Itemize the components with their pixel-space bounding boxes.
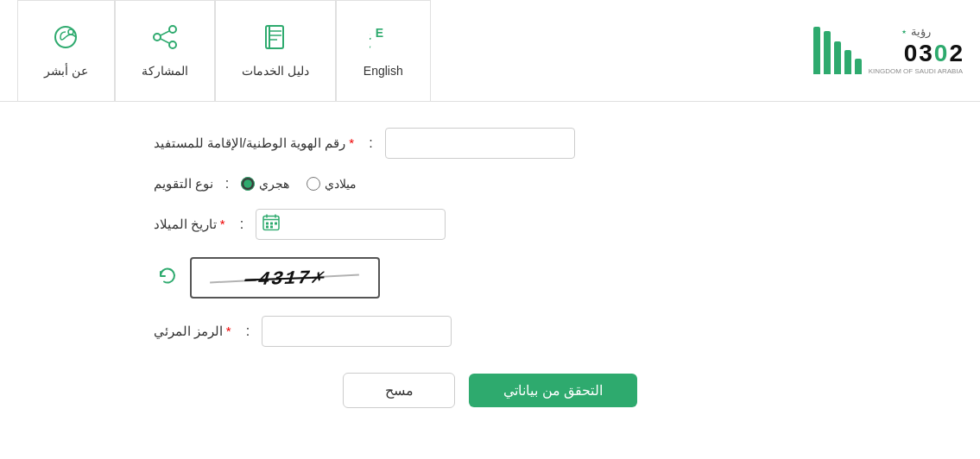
form-container: : * رقم الهوية الوطنية/الإقامة للمستفيد … bbox=[154, 128, 827, 408]
logo-area: رؤية ⋆ 2 0 3 0 KINGDOM OF SAUDI ARABIA bbox=[813, 25, 963, 76]
birthdate-input[interactable] bbox=[256, 209, 446, 240]
svg-text:E: E bbox=[375, 26, 383, 40]
svg-rect-19 bbox=[270, 223, 273, 225]
svg-rect-18 bbox=[266, 223, 269, 225]
nav-english[interactable]: ع E English bbox=[336, 0, 431, 102]
svg-point-7 bbox=[154, 34, 161, 41]
id-number-label: * رقم الهوية الوطنية/الإقامة للمستفيد bbox=[154, 135, 357, 151]
gregorian-radio-label[interactable]: ميلادي bbox=[307, 177, 357, 191]
svg-text:ع: ع bbox=[370, 27, 371, 49]
birthdate-row: : * تاريخ الميلاد bbox=[154, 209, 827, 240]
clear-button[interactable]: مسح bbox=[343, 373, 455, 408]
captcha-image-row: ✗4317— bbox=[154, 257, 827, 299]
birthdate-input-wrapper bbox=[256, 209, 446, 240]
header: رؤية ⋆ 2 0 3 0 KINGDOM OF SAUDI ARABIA ع bbox=[0, 0, 980, 102]
nav-about-absher-label: عن أبشر bbox=[44, 64, 88, 78]
captcha-refresh-button[interactable] bbox=[154, 261, 181, 294]
absher-logo bbox=[813, 27, 862, 74]
bar-1 bbox=[855, 59, 862, 74]
calendar-type-row: ميلادي هجري : نوع التقويم bbox=[154, 176, 827, 192]
main-content: : * رقم الهوية الوطنية/الإقامة للمستفيد … bbox=[0, 102, 980, 459]
nav-service-guide[interactable]: دليل الخدمات bbox=[215, 0, 336, 102]
svg-point-8 bbox=[169, 26, 176, 33]
svg-line-11 bbox=[161, 39, 169, 43]
hijri-radio[interactable] bbox=[241, 177, 255, 191]
captcha-colon: : bbox=[246, 324, 250, 339]
calendar-radio-group: ميلادي هجري bbox=[241, 177, 357, 191]
hijri-label-text: هجري bbox=[259, 177, 289, 191]
captcha-input-row: : * الرمز المرئي bbox=[154, 316, 827, 347]
captcha-image: ✗4317— bbox=[190, 257, 380, 299]
id-colon: : bbox=[369, 135, 372, 151]
bar-5 bbox=[813, 27, 820, 74]
vision-2030-logo: رؤية ⋆ 2 0 3 0 KINGDOM OF SAUDI ARABIA bbox=[869, 25, 963, 76]
bar-3 bbox=[834, 41, 841, 74]
bar-2 bbox=[844, 50, 851, 74]
id-required-star: * bbox=[349, 135, 354, 150]
nav-english-label: English bbox=[364, 64, 403, 78]
nav-service-guide-label: دليل الخدمات bbox=[242, 64, 309, 78]
share-icon bbox=[151, 23, 179, 57]
hijri-radio-label[interactable]: هجري bbox=[241, 177, 289, 191]
vision-arabic-text: رؤية bbox=[911, 25, 931, 39]
svg-point-9 bbox=[169, 41, 176, 48]
vision-year-3: 3 bbox=[919, 39, 933, 68]
vision-year-2: 2 bbox=[949, 39, 963, 68]
svg-rect-21 bbox=[270, 226, 273, 229]
kingdom-label-en: KINGDOM OF SAUDI ARABIA bbox=[869, 67, 963, 76]
captcha-input[interactable] bbox=[262, 316, 452, 347]
svg-point-13 bbox=[68, 29, 73, 35]
svg-rect-20 bbox=[266, 226, 269, 229]
svg-rect-22 bbox=[275, 223, 277, 225]
refresh-icon bbox=[157, 265, 178, 286]
birthdate-required-star: * bbox=[220, 217, 225, 231]
vision-year-0: 0 bbox=[934, 39, 948, 68]
birthdate-label: * تاريخ الميلاد bbox=[154, 217, 228, 232]
id-number-input[interactable] bbox=[385, 128, 575, 159]
header-nav: ع E English دليل الخدمات bbox=[17, 0, 431, 102]
nav-participation[interactable]: المشاركة bbox=[115, 0, 215, 102]
calendar-type-label: نوع التقويم bbox=[154, 176, 213, 192]
calendar-icon-button[interactable] bbox=[259, 214, 283, 236]
calendar-icon bbox=[262, 214, 280, 231]
info-icon bbox=[52, 23, 79, 57]
book-icon bbox=[262, 23, 289, 57]
captcha-required-star: * bbox=[226, 324, 231, 338]
gregorian-radio[interactable] bbox=[307, 177, 320, 191]
captcha-label: * الرمز المرئي bbox=[154, 324, 234, 339]
bar-4 bbox=[824, 31, 831, 74]
gregorian-label-text: ميلادي bbox=[325, 177, 357, 191]
svg-line-10 bbox=[161, 31, 169, 35]
buttons-row: التحقق من بياناتي مسح bbox=[154, 373, 827, 408]
calendar-colon: : bbox=[225, 176, 229, 192]
vision-year-0b: 0 bbox=[904, 39, 918, 68]
nav-about-absher[interactable]: عن أبشر bbox=[17, 0, 115, 102]
nav-participation-label: المشاركة bbox=[142, 64, 188, 78]
id-number-row: : * رقم الهوية الوطنية/الإقامة للمستفيد bbox=[154, 128, 827, 159]
language-icon: ع E bbox=[370, 23, 397, 57]
vision-icon: ⋆ bbox=[901, 25, 907, 39]
birthdate-colon: : bbox=[240, 217, 243, 232]
verify-button[interactable]: التحقق من بياناتي bbox=[469, 374, 637, 407]
captcha-display-text: ✗4317— bbox=[243, 265, 326, 291]
